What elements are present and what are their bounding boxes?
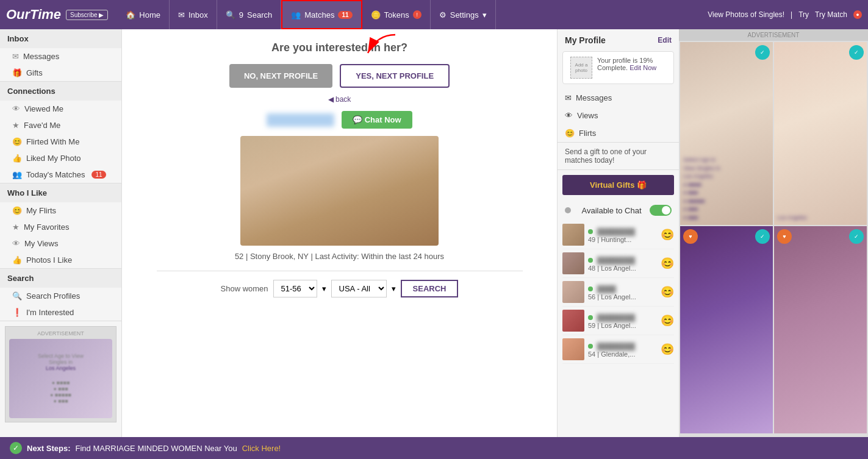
settings-icon: ⚙ [439, 10, 447, 20]
location-dropdown-arrow-icon: ▾ [392, 284, 396, 293]
nav-right: View Photos of Singles! | Try Try Match … [708, 10, 862, 19]
sidebar-item-my-favorites[interactable]: ★ My Favorites [0, 219, 121, 235]
flirt-button-5[interactable]: 😊 [661, 343, 674, 356]
back-link[interactable]: ◀ back [328, 95, 351, 104]
chat-user-loc-3: 56 | Los Angel... [588, 293, 657, 301]
sidebar-item-photos-i-like[interactable]: 👍 Photos I Like [0, 252, 121, 268]
view-photos-link[interactable]: View Photos of Singles! [708, 10, 784, 19]
add-photo-box[interactable]: Add a photo [570, 57, 592, 79]
chat-user-loc-5: 54 | Glendale,... [588, 350, 657, 358]
chat-user-name-2: ████████ [597, 257, 635, 264]
sidebar-item-search-profiles[interactable]: 🔍 Search Profiles [0, 288, 121, 304]
no-next-profile-button[interactable]: NO, NEXT PROFILE [229, 64, 332, 88]
profile-complete-text: Your profile is 19% Complete. Edit Now [597, 57, 666, 71]
bottom-bar: ✓ Next Steps: Find MARRIAGE MINDED WOMEN… [0, 437, 868, 459]
checkmark-icon: ✓ [10, 442, 22, 454]
nav-inbox[interactable]: ✉ Inbox [170, 0, 217, 29]
sidebar-item-faved-me[interactable]: ★ Fave'd Me [0, 117, 121, 133]
gift-box: Send a gift to one of your matches today… [558, 142, 679, 170]
right-sidebar: My Profile Edit Add a photo Your profile… [557, 29, 679, 437]
sidebar-item-gifts[interactable]: 🎁 Gifts [0, 65, 121, 81]
sidebar-item-viewed-me[interactable]: 👁 Viewed Me [0, 101, 121, 117]
inbox-icon: ✉ [178, 10, 185, 20]
site-logo: OurTime [6, 7, 61, 23]
sidebar-item-im-interested[interactable]: ❗ I'm Interested [0, 304, 121, 321]
who-i-like-section: Who I Like 😊 My Flirts ★ My Favorites 👁 … [0, 183, 121, 269]
flirt-button-2[interactable]: 😊 [661, 257, 674, 270]
chat-user-loc-2: 48 | Los Angel... [588, 265, 657, 272]
edit-profile-link[interactable]: Edit [658, 36, 672, 44]
inbox-section: Inbox ✉ Messages 🎁 Gifts [0, 29, 121, 82]
chat-avatar-5 [562, 338, 584, 360]
nav-tokens[interactable]: 🪙 Tokens ! [362, 0, 431, 29]
sidebar-item-liked-photo[interactable]: 👍 Liked My Photo [0, 150, 121, 166]
chat-avatar-3 [562, 281, 584, 303]
chat-user-5: ████████ 54 | Glendale,... 😊 [562, 335, 674, 364]
chat-now-button[interactable]: 💬 Chat Now [342, 111, 412, 129]
gifts-icon: 🎁 [12, 68, 22, 77]
search-button[interactable]: SEARCH [401, 280, 459, 297]
main-content: Are you interested in her? NO, NEXT PROF… [122, 29, 557, 437]
my-flirts-icon: 😊 [12, 206, 22, 215]
flirt-button-1[interactable]: 😊 [661, 228, 674, 241]
ad-grid: ✓ Select Age toView Singles inLos Angele… [679, 41, 868, 435]
sidebar-item-my-flirts[interactable]: 😊 My Flirts [0, 202, 121, 219]
online-dot-2 [588, 258, 593, 263]
age-range-dropdown[interactable]: 51-56 [273, 280, 317, 297]
profile-complete-box: Add a photo Your profile is 19% Complete… [562, 51, 674, 84]
location-dropdown[interactable]: USA - All [331, 280, 387, 297]
nav-home[interactable]: 🏠 Home [117, 0, 170, 29]
my-profile-header: My Profile Edit [558, 29, 679, 51]
matches-icon: 👥 [291, 10, 301, 20]
sidebar-item-messages[interactable]: ✉ Messages [0, 48, 121, 65]
profile-divider [157, 271, 523, 271]
rs-views[interactable]: 👁 Views [558, 107, 679, 124]
flirt-button-3[interactable]: 😊 [661, 285, 674, 299]
profile-info: 52 | Stony Brook, NY | Last Activity: Wi… [235, 252, 444, 261]
flirt-icon: 😊 [12, 137, 22, 146]
click-here-link[interactable]: Click Here! [242, 444, 281, 453]
online-dot-1 [588, 229, 593, 234]
ad-cell-2: ✓ Los Angeles [774, 42, 867, 225]
virtual-gifts-button[interactable]: Virtual Gifts 🎁 [562, 175, 674, 195]
sidebar-item-flirted-with[interactable]: 😊 Flirted With Me [0, 133, 121, 150]
sidebar-item-my-views[interactable]: 👁 My Views [0, 235, 121, 252]
search-bar: Show women 51-56 ▾ USA - All ▾ SEARCH [221, 280, 459, 297]
tokens-badge: ! [413, 10, 421, 19]
show-label: Show women [221, 284, 268, 293]
nav-matches[interactable]: 👥 Matches 11 [281, 0, 362, 29]
rs-views-icon: 👁 [565, 111, 573, 120]
interested-icon: ❗ [12, 308, 22, 317]
try-match-link[interactable]: Try Match [815, 10, 847, 19]
profile-photo [240, 136, 439, 246]
thumb-icon: 👍 [12, 154, 22, 163]
sidebar-ad-label: ADVERTISEMENT [9, 330, 112, 336]
search-profiles-icon: 🔍 [12, 291, 22, 301]
chat-user-loc-1: 49 | Huntingt... [588, 236, 657, 243]
photos-icon: 👍 [12, 255, 22, 265]
messages-icon: ✉ [12, 52, 19, 61]
far-right-advertisement: ADVERTISEMENT ✓ Select Age toView Single… [679, 29, 868, 437]
flirt-button-4[interactable]: 😊 [661, 314, 674, 327]
nav-search[interactable]: 🔍 9 Search [217, 0, 281, 29]
rs-flirts[interactable]: 😊 Flirts [558, 124, 679, 142]
todays-matches-badge: 11 [91, 171, 106, 179]
connections-section: Connections 👁 Viewed Me ★ Fave'd Me 😊 Fl… [0, 82, 121, 183]
subscribe-button[interactable]: Subscribe ▶ [66, 10, 108, 20]
rs-messages[interactable]: ✉ Messages [558, 89, 679, 107]
left-sidebar: Inbox ✉ Messages 🎁 Gifts Connections 👁 V… [0, 29, 122, 437]
ad-teal-badge-3: ✓ [755, 229, 770, 244]
yes-next-profile-button[interactable]: YES, NEXT PROFILE [340, 64, 450, 88]
chat-user-4: ████████ 59 | Los Angel... 😊 [562, 307, 674, 335]
profile-card: ■■■■■■ 💬 Chat Now [267, 111, 412, 129]
sidebar-item-todays-matches[interactable]: 👥 Today's Matches 11 [0, 166, 121, 183]
matches-badge: 11 [338, 11, 352, 19]
chat-avatar-2 [562, 252, 584, 274]
inbox-header: Inbox [0, 29, 121, 48]
nav-settings[interactable]: ⚙ Settings ▾ [431, 0, 496, 29]
chat-user-loc-4: 59 | Los Angel... [588, 322, 657, 329]
search-section: Search 🔍 Search Profiles ❗ I'm Intereste… [0, 269, 121, 321]
available-to-chat-toggle[interactable] [650, 205, 672, 216]
top-navigation: OurTime Subscribe ▶ 🏠 Home ✉ Inbox 🔍 9 S… [0, 0, 868, 29]
edit-now-link[interactable]: Edit Now [629, 64, 656, 71]
